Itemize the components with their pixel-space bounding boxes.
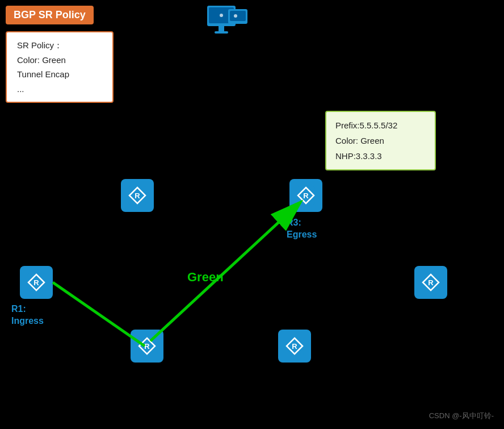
sr-policy-line3: Tunnel Encap — [17, 67, 102, 82]
router-r1-label-line2: Ingress — [11, 316, 44, 326]
router-r2-bottom: R — [131, 330, 163, 363]
svg-line-28 — [150, 203, 299, 341]
router-r4-bottom: R — [278, 330, 311, 363]
prefix-line3: NHP:3.3.3.3 — [335, 148, 426, 164]
svg-text:R: R — [135, 191, 140, 200]
svg-text:R: R — [33, 278, 39, 287]
sr-policy-line1: SR Policy： — [17, 38, 102, 53]
svg-point-6 — [220, 14, 223, 17]
router-r3-label-line2: Egress — [287, 230, 317, 239]
svg-rect-5 — [230, 11, 246, 21]
router-r3-label-line1: R3: — [287, 218, 301, 227]
router-r2-top: R — [121, 179, 154, 212]
sr-policy-box: SR Policy： Color: Green Tunnel Encap ... — [6, 31, 114, 103]
svg-rect-2 — [219, 26, 224, 32]
router-r1-label: R1: Ingress — [11, 303, 44, 327]
green-path-label: Green — [187, 270, 224, 285]
sr-policy-line2: Color: Green — [17, 53, 102, 68]
svg-text:R: R — [428, 278, 434, 287]
prefix-box: Prefix:5.5.5.5/32 Color: Green NHP:3.3.3… — [325, 111, 436, 170]
svg-rect-3 — [215, 31, 228, 34]
router-r1-ingress: R — [20, 266, 53, 299]
router-r3-label: R3: Egress — [287, 217, 317, 241]
bgp-title-box: BGP SR Policy — [6, 6, 94, 24]
computer-icon — [204, 3, 250, 43]
prefix-line2: Color: Green — [335, 133, 426, 148]
router-r3-egress: R — [289, 179, 322, 212]
router-r5-right: R — [414, 266, 447, 299]
sr-policy-line4: ... — [17, 82, 102, 97]
svg-text:R: R — [144, 342, 150, 351]
svg-text:R: R — [292, 342, 297, 351]
prefix-line1: Prefix:5.5.5.5/32 — [335, 118, 426, 133]
svg-text:R: R — [303, 191, 309, 200]
svg-point-7 — [234, 14, 237, 18]
watermark: CSDN @-风中叮铃- — [429, 411, 494, 421]
router-r1-label-line1: R1: — [11, 304, 26, 314]
bgp-title-text: BGP SR Policy — [14, 9, 86, 20]
